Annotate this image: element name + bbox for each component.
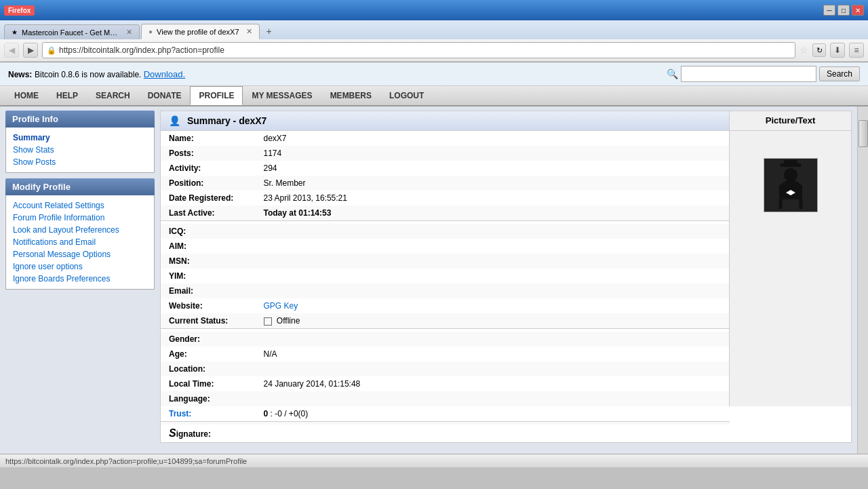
nav-donate[interactable]: DONATE	[139, 86, 191, 105]
bookmark-star-icon[interactable]: ☆	[800, 45, 808, 56]
nav-home[interactable]: HOME	[5, 86, 47, 105]
nav-my-messages[interactable]: MY MESSAGES	[243, 86, 321, 105]
tab1-close[interactable]: ✕	[126, 28, 132, 37]
field-label-website: Website:	[161, 298, 256, 313]
offline-label: Offline	[277, 316, 300, 326]
field-value-gender	[256, 332, 730, 347]
tab1-title: Mastercoin Faucet - Get MSC as part ...	[22, 28, 119, 37]
modify-profile-header: Modify Profile	[5, 178, 155, 195]
sidebar-link-summary[interactable]: Summary	[13, 132, 147, 144]
field-label-local-time: Local Time:	[161, 376, 256, 391]
main-navigation: HOME HELP SEARCH DONATE PROFILE MY MESSA…	[0, 86, 868, 106]
tab2-close[interactable]: ✕	[246, 27, 252, 36]
offline-checkbox[interactable]	[264, 317, 272, 326]
field-label-signature: Signature:	[161, 425, 256, 443]
field-label-posts: Posts:	[161, 146, 256, 161]
field-value-language	[256, 391, 730, 406]
trust-link[interactable]: Trust:	[169, 409, 191, 418]
nav-members[interactable]: MEMBERS	[321, 86, 380, 105]
field-label-yim: YIM:	[161, 269, 256, 283]
field-label-location: Location:	[161, 361, 256, 376]
gpg-key-link[interactable]: GPG Key	[264, 301, 298, 311]
field-value-website: GPG Key	[256, 298, 730, 313]
trust-value: : -0 / +0(0)	[271, 409, 309, 418]
sidebar-link-show-posts[interactable]: Show Posts	[13, 156, 147, 168]
news-label: News:	[8, 70, 32, 79]
field-value-msn	[256, 254, 730, 269]
field-label-age: Age:	[161, 347, 256, 361]
profile-table: 👤 Summary - dexX7 Picture/Text Name: dex…	[160, 111, 852, 443]
sidebar-link-forum-profile[interactable]: Forum Profile Information	[13, 212, 147, 224]
profile-info-header: Profile Info	[5, 111, 155, 128]
profile-header-title: Summary - dexX7	[187, 115, 267, 126]
news-bar: News: Bitcoin 0.8.6 is now available. Do…	[0, 62, 868, 86]
sidebar: Profile Info Summary Show Stats Show Pos…	[5, 111, 155, 450]
field-label-activity: Activity:	[161, 161, 256, 176]
field-label-gender: Gender:	[161, 332, 256, 347]
news-download-link[interactable]: Download.	[144, 69, 185, 79]
download-button[interactable]: ⬇	[830, 43, 845, 58]
profile-header-icon: 👤	[169, 115, 180, 126]
sidebar-link-account-related[interactable]: Account Related Settings	[13, 199, 147, 212]
close-button[interactable]: ✕	[852, 5, 864, 16]
window-controls: ─ □ ✕	[823, 5, 864, 16]
profile-info-section: Profile Info Summary Show Stats Show Pos…	[5, 111, 155, 173]
field-value-position: Sr. Member	[256, 176, 730, 191]
field-value-location	[256, 361, 730, 376]
tab2-title: View the profile of dexX7	[157, 28, 239, 36]
lock-icon: 🔒	[47, 46, 56, 55]
forward-button[interactable]: ▶	[23, 43, 38, 58]
field-label-position: Position:	[161, 176, 256, 191]
firefox-logo: Firefox	[4, 5, 35, 16]
field-value-yim	[256, 269, 730, 283]
search-input[interactable]	[681, 66, 816, 82]
field-label-name: Name:	[161, 131, 256, 146]
sidebar-link-ignore-boards[interactable]: Ignore Boards Preferences	[13, 273, 147, 285]
nav-profile[interactable]: PROFILE	[190, 86, 243, 105]
tab1-favicon: ★	[12, 28, 18, 36]
news-text: News: Bitcoin 0.8.6 is now available. Do…	[8, 69, 185, 79]
last-active-today: Today	[264, 208, 287, 218]
back-button[interactable]: ◀	[4, 43, 19, 58]
nav-help[interactable]: HELP	[47, 86, 87, 105]
sidebar-link-notifications[interactable]: Notifications and Email	[13, 236, 147, 248]
browser-tab-2[interactable]: ● View the profile of dexX7 ✕	[141, 24, 260, 39]
nav-logout[interactable]: LOGOUT	[380, 86, 433, 105]
url-text: https://bitcointalk.org/index.php?action…	[59, 45, 791, 55]
maximize-button[interactable]: □	[837, 5, 850, 16]
field-label-language: Language:	[161, 391, 256, 406]
picture-text-header: Picture/Text	[730, 111, 852, 131]
menu-button[interactable]: ≡	[849, 43, 864, 58]
field-value-signature	[256, 425, 730, 443]
search-button[interactable]: Search	[819, 66, 860, 81]
minimize-button[interactable]: ─	[823, 5, 835, 16]
scrollbar[interactable]	[857, 106, 868, 454]
nav-search[interactable]: SEARCH	[87, 86, 139, 105]
svg-rect-1	[784, 160, 797, 164]
field-label-msn: MSN:	[161, 254, 256, 269]
refresh-button[interactable]: ↻	[812, 43, 826, 57]
search-icon: 🔍	[667, 69, 678, 79]
profile-info-content: Summary Show Stats Show Posts	[5, 128, 155, 173]
field-value-posts: 1174	[256, 146, 730, 161]
sidebar-link-personal-msg[interactable]: Personal Message Options	[13, 248, 147, 260]
field-value-local-time: 24 January 2014, 01:15:48	[256, 376, 730, 391]
last-active-time: at 01:14:53	[289, 208, 331, 218]
sidebar-link-look-layout[interactable]: Look and Layout Preferences	[13, 224, 147, 236]
trust-score: 0	[264, 409, 269, 418]
field-label-current-status: Current Status:	[161, 313, 256, 329]
new-tab-button[interactable]: +	[261, 23, 277, 39]
news-content: Bitcoin 0.8.6 is now available.	[35, 70, 144, 79]
browser-tab-1[interactable]: ★ Mastercoin Faucet - Get MSC as part ..…	[4, 24, 140, 39]
field-label-aim: AIM:	[161, 239, 256, 254]
field-value-activity: 294	[256, 161, 730, 176]
address-bar[interactable]: 🔒 https://bitcointalk.org/index.php?acti…	[42, 42, 795, 58]
scroll-thumb[interactable]	[859, 120, 868, 147]
profile-header-cell: 👤 Summary - dexX7	[161, 111, 730, 131]
field-value-age: N/A	[256, 347, 730, 361]
sidebar-link-ignore-user[interactable]: Ignore user options	[13, 260, 147, 273]
field-value-date-registered: 23 April 2013, 16:55:21	[256, 191, 730, 206]
field-label-trust: Trust:	[161, 406, 256, 422]
svg-point-2	[784, 168, 797, 182]
sidebar-link-show-stats[interactable]: Show Stats	[13, 144, 147, 156]
